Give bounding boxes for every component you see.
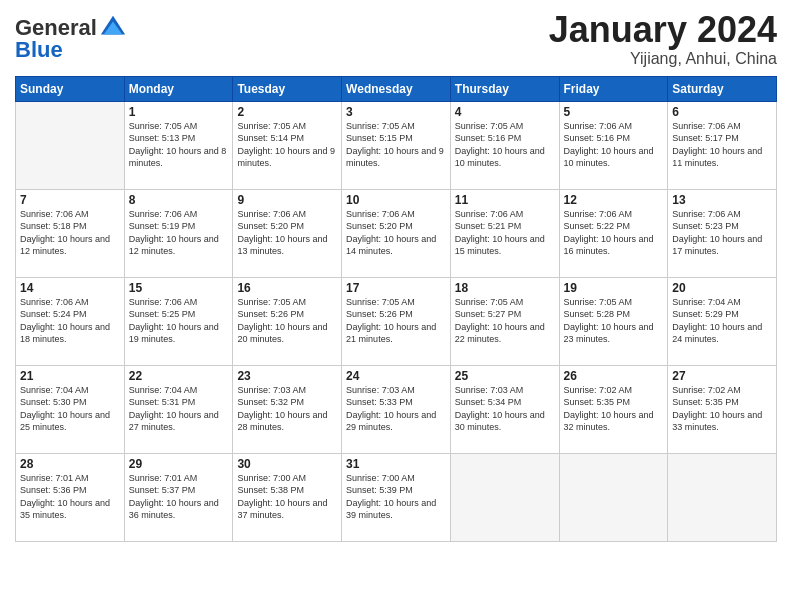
day-info: Sunrise: 7:00 AM Sunset: 5:38 PM Dayligh… [237,472,337,522]
calendar-week-3: 14Sunrise: 7:06 AM Sunset: 5:24 PM Dayli… [16,277,777,365]
day-number: 9 [237,193,337,207]
day-info: Sunrise: 7:02 AM Sunset: 5:35 PM Dayligh… [672,384,772,434]
calendar-cell: 11Sunrise: 7:06 AM Sunset: 5:21 PM Dayli… [450,189,559,277]
calendar-week-5: 28Sunrise: 7:01 AM Sunset: 5:36 PM Dayli… [16,453,777,541]
calendar-cell: 15Sunrise: 7:06 AM Sunset: 5:25 PM Dayli… [124,277,233,365]
calendar-cell: 13Sunrise: 7:06 AM Sunset: 5:23 PM Dayli… [668,189,777,277]
col-wednesday: Wednesday [342,76,451,101]
day-info: Sunrise: 7:06 AM Sunset: 5:19 PM Dayligh… [129,208,229,258]
day-number: 24 [346,369,446,383]
calendar-cell: 22Sunrise: 7:04 AM Sunset: 5:31 PM Dayli… [124,365,233,453]
calendar-cell: 9Sunrise: 7:06 AM Sunset: 5:20 PM Daylig… [233,189,342,277]
calendar-header-row: Sunday Monday Tuesday Wednesday Thursday… [16,76,777,101]
calendar-week-4: 21Sunrise: 7:04 AM Sunset: 5:30 PM Dayli… [16,365,777,453]
calendar-cell: 14Sunrise: 7:06 AM Sunset: 5:24 PM Dayli… [16,277,125,365]
logo: General Blue [15,14,127,62]
day-number: 18 [455,281,555,295]
day-number: 16 [237,281,337,295]
col-thursday: Thursday [450,76,559,101]
calendar-cell [559,453,668,541]
calendar-cell: 18Sunrise: 7:05 AM Sunset: 5:27 PM Dayli… [450,277,559,365]
location: Yijiang, Anhui, China [549,50,777,68]
day-number: 11 [455,193,555,207]
day-number: 5 [564,105,664,119]
day-info: Sunrise: 7:05 AM Sunset: 5:26 PM Dayligh… [237,296,337,346]
day-number: 29 [129,457,229,471]
day-info: Sunrise: 7:06 AM Sunset: 5:22 PM Dayligh… [564,208,664,258]
calendar-cell: 19Sunrise: 7:05 AM Sunset: 5:28 PM Dayli… [559,277,668,365]
day-info: Sunrise: 7:04 AM Sunset: 5:30 PM Dayligh… [20,384,120,434]
calendar-cell: 3Sunrise: 7:05 AM Sunset: 5:15 PM Daylig… [342,101,451,189]
logo-icon [99,14,127,42]
day-info: Sunrise: 7:04 AM Sunset: 5:29 PM Dayligh… [672,296,772,346]
day-info: Sunrise: 7:01 AM Sunset: 5:37 PM Dayligh… [129,472,229,522]
day-info: Sunrise: 7:03 AM Sunset: 5:34 PM Dayligh… [455,384,555,434]
header: General Blue January 2024 Yijiang, Anhui… [15,10,777,68]
calendar-cell: 6Sunrise: 7:06 AM Sunset: 5:17 PM Daylig… [668,101,777,189]
day-info: Sunrise: 7:06 AM Sunset: 5:17 PM Dayligh… [672,120,772,170]
day-info: Sunrise: 7:05 AM Sunset: 5:16 PM Dayligh… [455,120,555,170]
day-info: Sunrise: 7:03 AM Sunset: 5:32 PM Dayligh… [237,384,337,434]
title-block: January 2024 Yijiang, Anhui, China [549,10,777,68]
day-number: 13 [672,193,772,207]
day-number: 8 [129,193,229,207]
day-number: 4 [455,105,555,119]
calendar-cell: 4Sunrise: 7:05 AM Sunset: 5:16 PM Daylig… [450,101,559,189]
day-info: Sunrise: 7:06 AM Sunset: 5:20 PM Dayligh… [237,208,337,258]
day-number: 19 [564,281,664,295]
day-info: Sunrise: 7:05 AM Sunset: 5:28 PM Dayligh… [564,296,664,346]
day-info: Sunrise: 7:05 AM Sunset: 5:27 PM Dayligh… [455,296,555,346]
calendar-cell: 30Sunrise: 7:00 AM Sunset: 5:38 PM Dayli… [233,453,342,541]
day-number: 3 [346,105,446,119]
day-info: Sunrise: 7:06 AM Sunset: 5:23 PM Dayligh… [672,208,772,258]
day-number: 28 [20,457,120,471]
day-number: 12 [564,193,664,207]
calendar-cell: 26Sunrise: 7:02 AM Sunset: 5:35 PM Dayli… [559,365,668,453]
day-info: Sunrise: 7:05 AM Sunset: 5:14 PM Dayligh… [237,120,337,170]
calendar-cell: 27Sunrise: 7:02 AM Sunset: 5:35 PM Dayli… [668,365,777,453]
calendar-cell: 2Sunrise: 7:05 AM Sunset: 5:14 PM Daylig… [233,101,342,189]
day-info: Sunrise: 7:06 AM Sunset: 5:20 PM Dayligh… [346,208,446,258]
calendar-cell: 16Sunrise: 7:05 AM Sunset: 5:26 PM Dayli… [233,277,342,365]
page-container: General Blue January 2024 Yijiang, Anhui… [0,0,792,552]
calendar-table: Sunday Monday Tuesday Wednesday Thursday… [15,76,777,542]
day-number: 23 [237,369,337,383]
day-number: 30 [237,457,337,471]
calendar-cell: 29Sunrise: 7:01 AM Sunset: 5:37 PM Dayli… [124,453,233,541]
calendar-cell [668,453,777,541]
col-saturday: Saturday [668,76,777,101]
calendar-cell: 20Sunrise: 7:04 AM Sunset: 5:29 PM Dayli… [668,277,777,365]
month-title: January 2024 [549,10,777,50]
day-info: Sunrise: 7:00 AM Sunset: 5:39 PM Dayligh… [346,472,446,522]
calendar-week-2: 7Sunrise: 7:06 AM Sunset: 5:18 PM Daylig… [16,189,777,277]
calendar-cell: 5Sunrise: 7:06 AM Sunset: 5:16 PM Daylig… [559,101,668,189]
calendar-cell: 25Sunrise: 7:03 AM Sunset: 5:34 PM Dayli… [450,365,559,453]
calendar-cell: 21Sunrise: 7:04 AM Sunset: 5:30 PM Dayli… [16,365,125,453]
day-number: 26 [564,369,664,383]
calendar-cell: 8Sunrise: 7:06 AM Sunset: 5:19 PM Daylig… [124,189,233,277]
calendar-week-1: 1Sunrise: 7:05 AM Sunset: 5:13 PM Daylig… [16,101,777,189]
calendar-cell: 24Sunrise: 7:03 AM Sunset: 5:33 PM Dayli… [342,365,451,453]
calendar-cell: 1Sunrise: 7:05 AM Sunset: 5:13 PM Daylig… [124,101,233,189]
calendar-cell: 17Sunrise: 7:05 AM Sunset: 5:26 PM Dayli… [342,277,451,365]
day-info: Sunrise: 7:06 AM Sunset: 5:21 PM Dayligh… [455,208,555,258]
day-info: Sunrise: 7:05 AM Sunset: 5:15 PM Dayligh… [346,120,446,170]
calendar-cell: 12Sunrise: 7:06 AM Sunset: 5:22 PM Dayli… [559,189,668,277]
calendar-cell: 31Sunrise: 7:00 AM Sunset: 5:39 PM Dayli… [342,453,451,541]
day-info: Sunrise: 7:06 AM Sunset: 5:25 PM Dayligh… [129,296,229,346]
day-number: 27 [672,369,772,383]
day-info: Sunrise: 7:06 AM Sunset: 5:16 PM Dayligh… [564,120,664,170]
day-number: 20 [672,281,772,295]
day-info: Sunrise: 7:06 AM Sunset: 5:24 PM Dayligh… [20,296,120,346]
calendar-cell: 7Sunrise: 7:06 AM Sunset: 5:18 PM Daylig… [16,189,125,277]
day-number: 7 [20,193,120,207]
day-info: Sunrise: 7:04 AM Sunset: 5:31 PM Dayligh… [129,384,229,434]
day-info: Sunrise: 7:03 AM Sunset: 5:33 PM Dayligh… [346,384,446,434]
day-number: 14 [20,281,120,295]
col-sunday: Sunday [16,76,125,101]
day-number: 22 [129,369,229,383]
day-info: Sunrise: 7:01 AM Sunset: 5:36 PM Dayligh… [20,472,120,522]
day-number: 17 [346,281,446,295]
day-number: 25 [455,369,555,383]
col-monday: Monday [124,76,233,101]
